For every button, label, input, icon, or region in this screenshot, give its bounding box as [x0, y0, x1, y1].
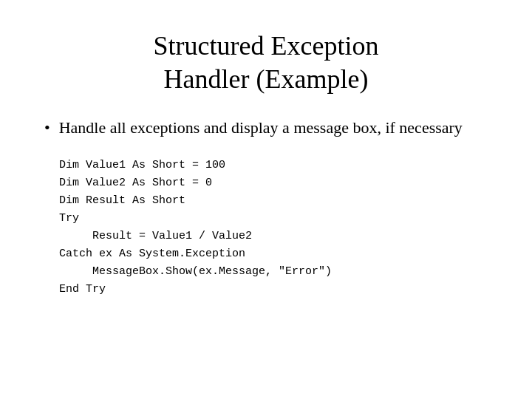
title-line2: Handler (Example) [164, 64, 369, 94]
bullet-section: • Handle all exceptions and display a me… [44, 117, 488, 139]
slide-title: Structured Exception Handler (Example) [44, 30, 488, 96]
bullet-item: • Handle all exceptions and display a me… [44, 117, 488, 139]
bullet-text: Handle all exceptions and display a mess… [59, 117, 463, 139]
bullet-dot: • [44, 117, 50, 139]
code-block: Dim Value1 As Short = 100 Dim Value2 As … [59, 157, 332, 299]
title-block: Structured Exception Handler (Example) [44, 30, 488, 96]
slide-container: Structured Exception Handler (Example) •… [0, 0, 532, 399]
title-line1: Structured Exception [154, 31, 379, 61]
